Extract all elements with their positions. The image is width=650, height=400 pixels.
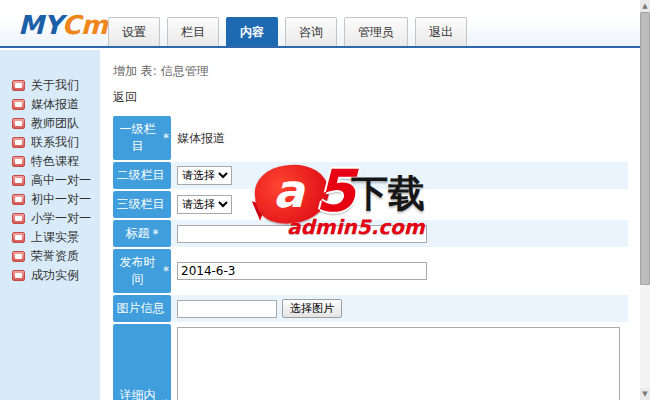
pubdate-input[interactable]: [177, 262, 427, 280]
sidebar-item-label: 高中一对一: [31, 172, 91, 189]
required-mark: *: [153, 227, 159, 241]
sidebar-item-label: 特色课程: [31, 153, 79, 170]
form-row-level1: 一级栏目* 媒体报道: [113, 116, 628, 160]
folder-icon: [12, 194, 25, 205]
tab-logout[interactable]: 退出: [415, 17, 467, 46]
label-text: 一级栏目: [115, 121, 160, 155]
label-text: 图片信息: [117, 300, 165, 317]
label-text: 二级栏目: [117, 167, 165, 184]
tab-columns[interactable]: 栏目: [167, 17, 219, 46]
scroll-down-icon[interactable]: ▼: [640, 388, 650, 400]
sidebar-item-label: 教师团队: [31, 115, 79, 132]
folder-icon: [12, 99, 25, 110]
label-text: 详细内容: [115, 387, 160, 400]
form-row-detail: 详细内容*: [113, 324, 628, 400]
field-label-title: 标题*: [113, 220, 171, 247]
tab-admin[interactable]: 管理员: [344, 17, 408, 46]
field-value-level1: 媒体报道: [171, 116, 628, 160]
form-row-pubdate: 发布时间*: [113, 249, 628, 293]
form-row-level2: 二级栏目 请选择: [113, 162, 628, 189]
select-image-button[interactable]: 选择图片: [282, 299, 342, 318]
sidebar-item-teachers[interactable]: 教师团队: [0, 114, 100, 133]
label-text: 标题: [126, 225, 150, 242]
detail-content-textarea[interactable]: [177, 327, 620, 400]
sidebar-item-primaryschool[interactable]: 小学一对一: [0, 209, 100, 228]
sidebar-item-label: 荣誉资质: [31, 248, 79, 265]
sidebar: 关于我们 媒体报道 教师团队 联系我们 特色课程 高中一对一 初中一对一 小学一…: [0, 50, 100, 400]
breadcrumb: 增加 表: 信息管理: [113, 63, 628, 80]
folder-icon: [12, 175, 25, 186]
sidebar-item-label: 联系我们: [31, 134, 79, 151]
form-row-title: 标题*: [113, 220, 628, 247]
field-label-pubdate: 发布时间*: [113, 249, 171, 293]
sidebar-item-label: 成功实例: [31, 267, 79, 284]
sidebar-item-courses[interactable]: 特色课程: [0, 152, 100, 171]
sidebar-item-classroom[interactable]: 上课实景: [0, 228, 100, 247]
field-label-level3: 三级栏目: [113, 191, 171, 218]
back-link[interactable]: 返回: [113, 89, 137, 106]
required-mark: *: [163, 264, 169, 278]
main-nav-tabs: 设置 栏目 内容 咨询 管理员 退出: [108, 17, 467, 46]
sidebar-item-label: 关于我们: [31, 77, 79, 94]
folder-icon: [12, 213, 25, 224]
sidebar-item-label: 小学一对一: [31, 210, 91, 227]
label-text: 发布时间: [115, 254, 160, 288]
scroll-up-icon[interactable]: ▲: [640, 0, 650, 12]
image-path-input[interactable]: [177, 300, 277, 318]
field-value-image: 选择图片: [171, 295, 628, 322]
scrollbar-thumb[interactable]: [640, 12, 650, 285]
sidebar-item-about[interactable]: 关于我们: [0, 76, 100, 95]
tab-content[interactable]: 内容: [226, 17, 278, 46]
field-value-level2: 请选择: [171, 162, 628, 189]
folder-icon: [12, 118, 25, 129]
sidebar-item-label: 上课实景: [31, 229, 79, 246]
sidebar-item-middleschool[interactable]: 初中一对一: [0, 190, 100, 209]
field-label-image: 图片信息: [113, 295, 171, 322]
field-label-level1: 一级栏目*: [113, 116, 171, 160]
title-input[interactable]: [177, 225, 427, 243]
tab-settings[interactable]: 设置: [108, 17, 160, 46]
label-text: 三级栏目: [117, 196, 165, 213]
tab-consult[interactable]: 咨询: [285, 17, 337, 46]
add-info-form: 一级栏目* 媒体报道 二级栏目 请选择 三级栏目 请选择 标题*: [113, 116, 628, 400]
main-content: 增加 表: 信息管理 返回 一级栏目* 媒体报道 二级栏目 请选择 三级栏目 请…: [113, 50, 628, 400]
field-value-level3: 请选择: [171, 191, 628, 218]
sidebar-item-highschool[interactable]: 高中一对一: [0, 171, 100, 190]
folder-icon: [12, 137, 25, 148]
level2-select[interactable]: 请选择: [177, 166, 232, 185]
sidebar-item-label: 初中一对一: [31, 191, 91, 208]
field-value-pubdate: [171, 249, 628, 293]
mycms-admin-page: MYCms 设置 栏目 内容 咨询 管理员 退出 关于我们 媒体报道 教师团队 …: [0, 0, 650, 400]
required-mark: *: [163, 131, 169, 145]
folder-icon: [12, 251, 25, 262]
form-row-image: 图片信息 选择图片: [113, 295, 628, 322]
field-value-detail: [171, 324, 628, 400]
field-label-detail: 详细内容*: [113, 324, 171, 400]
sidebar-item-success[interactable]: 成功实例: [0, 266, 100, 285]
sidebar-item-media[interactable]: 媒体报道: [0, 95, 100, 114]
field-label-level2: 二级栏目: [113, 162, 171, 189]
form-row-level3: 三级栏目 请选择: [113, 191, 628, 218]
sidebar-item-label: 媒体报道: [31, 96, 79, 113]
folder-icon: [12, 232, 25, 243]
header: MYCms 设置 栏目 内容 咨询 管理员 退出: [0, 0, 640, 48]
logo-part-my: MY: [18, 10, 62, 40]
sidebar-item-contact[interactable]: 联系我们: [0, 133, 100, 152]
field-value-title: [171, 220, 628, 247]
level3-select[interactable]: 请选择: [177, 195, 232, 214]
vertical-scrollbar[interactable]: ▲ ▼: [640, 0, 650, 400]
sidebar-item-honors[interactable]: 荣誉资质: [0, 247, 100, 266]
folder-icon: [12, 270, 25, 281]
folder-icon: [12, 156, 25, 167]
folder-icon: [12, 80, 25, 91]
